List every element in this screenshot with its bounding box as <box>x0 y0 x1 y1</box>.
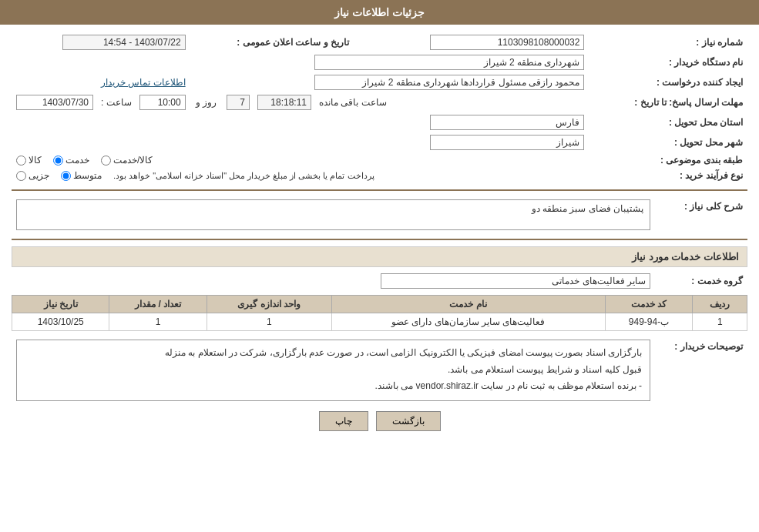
col-kod: کد خدمت <box>605 296 693 313</box>
mohlat-label: مهلت ارسال پاسخ: تا تاریخ : <box>589 92 747 112</box>
tabaghe-khedmat-label: خدمت <box>65 155 89 166</box>
now-jozee-option[interactable]: جزیی <box>16 170 49 181</box>
info-table-top: شماره نیاز : 1103098108000032 تاریخ و سا… <box>12 32 747 183</box>
page-wrapper: جزئیات اطلاعات نیاز شماره نیاز : 1103098… <box>0 0 759 532</box>
divider-1 <box>12 189 747 191</box>
now-description: پرداخت تمام یا بخشی از مبلغ خریدار محل "… <box>113 171 374 181</box>
tozihat-line-3: - برنده استعلام موظف به ثبت نام در سایت … <box>25 378 642 395</box>
tabaghe-khedmat-radio[interactable] <box>53 156 63 166</box>
group-khadamat-input: سایر فعالیت‌های خدماتی <box>381 273 650 289</box>
ijad-konande-input: محمود رازقی مسئول قراردادها شهرداری منطق… <box>314 75 584 90</box>
etelaate-tamas-cell: اطلاعات تماس خریدار <box>12 72 190 92</box>
shahr-input: شیراز <box>430 135 584 150</box>
ijad-konande-label: ایجاد کننده درخواست : <box>589 72 747 92</box>
page-header: جزئیات اطلاعات نیاز <box>0 0 759 25</box>
col-tedad: تعداد / مقدار <box>109 296 207 313</box>
tozihat-line-1: بارگزاری اسناد بصورت پیوست امضای فیزیکی … <box>25 345 642 362</box>
khadamat-grid: ردیف کد خدمت نام خدمت واحد اندازه گیری ت… <box>12 295 747 331</box>
name-dastgah-cell: شهرداری منطقه 2 شیراز <box>12 52 589 72</box>
tabaghe-cell: کالا خدمت کالا/خدمت <box>12 152 589 168</box>
group-khadamat-cell: سایر فعالیت‌های خدماتی <box>12 271 655 291</box>
countdown-input: 18:18:11 <box>257 95 311 110</box>
roz-input: 7 <box>227 95 250 110</box>
sharh-cell: پشتیبان فضای سبز منطقه دو <box>12 197 655 233</box>
tabaghe-khedmat-option[interactable]: خدمت <box>53 155 89 166</box>
main-content: شماره نیاز : 1103098108000032 تاریخ و سا… <box>0 25 759 447</box>
cell-tedad: 1 <box>109 313 207 331</box>
saat-mande-label: ساعت باقی مانده <box>319 97 387 108</box>
date-input: 1403/07/30 <box>16 95 93 110</box>
now-farayand-label: نوع فرآیند خرید : <box>589 168 747 183</box>
tozihat-line-2: قبول کلیه اسناد و شرایط پیوست استعلام می… <box>25 362 642 379</box>
tarikh-elan-value: 1403/07/22 - 14:54 <box>12 32 190 52</box>
now-jozee-label: جزیی <box>29 170 49 181</box>
tarikh-elan-input: 1403/07/22 - 14:54 <box>62 35 186 50</box>
tabaghe-kala-option[interactable]: کالا <box>16 155 42 166</box>
col-vahed: واحد اندازه گیری <box>207 296 331 313</box>
tarikh-elan-label: تاریخ و ساعت اعلان عمومی : <box>190 32 354 52</box>
saat-label: ساعت : <box>101 97 132 108</box>
now-farayand-cell: جزیی متوسط پرداخت تمام یا بخشی از مبلغ خ… <box>12 168 589 183</box>
shahr-label: شهر محل تحویل : <box>589 132 747 152</box>
tozihat-table: توصیحات خریدار : بارگزاری اسناد بصورت پی… <box>12 337 747 403</box>
cell-vahed: 1 <box>207 313 331 331</box>
tabaghe-label: طبقه بندی موضوعی : <box>589 152 747 168</box>
shomara-niaz-label: شماره نیاز : <box>589 32 747 52</box>
mohlat-row: 1403/07/30 ساعت : 10:00 روز و 7 18:18:11… <box>12 92 589 112</box>
tabaghe-kala-radio[interactable] <box>16 156 26 166</box>
ostan-cell: فارس <box>12 112 589 132</box>
now-motavasset-label: متوسط <box>73 170 102 181</box>
tabaghe-kala-khedmat-option[interactable]: کالا/خدمت <box>101 155 153 166</box>
col-name: نام خدمت <box>331 296 605 313</box>
header-title: جزئیات اطلاعات نیاز <box>334 6 425 18</box>
roz-label: روز و <box>196 97 217 108</box>
tozihat-box: بارگزاری اسناد بصورت پیوست امضای فیزیکی … <box>16 340 650 401</box>
shomara-niaz-value: 1103098108000032 <box>369 32 589 52</box>
ostan-label: استان محل تحویل : <box>589 112 747 132</box>
etelaate-tamas-link[interactable]: اطلاعات تماس خریدار <box>101 77 186 88</box>
cell-name: فعالیت‌های سایر سازمان‌های دارای عضو <box>331 313 605 331</box>
back-button[interactable]: بازگشت <box>376 411 441 431</box>
group-khadamat-label: گروه خدمت : <box>655 271 747 291</box>
saat-input: 10:00 <box>139 95 186 110</box>
cell-tarikh: 1403/10/25 <box>12 313 109 331</box>
name-dastgah-label: نام دستگاه خریدار : <box>589 52 747 72</box>
ijad-konande-cell: محمود رازقی مسئول قراردادها شهرداری منطق… <box>190 72 589 92</box>
now-jozee-radio[interactable] <box>16 171 26 181</box>
cell-kod: ب-94-949 <box>605 313 693 331</box>
table-row: 1 ب-94-949 فعالیت‌های سایر سازمان‌های دا… <box>12 313 747 331</box>
print-button[interactable]: چاپ <box>319 411 368 431</box>
now-motavasset-option[interactable]: متوسط <box>61 170 102 181</box>
divider-2 <box>12 239 747 240</box>
tabaghe-kala-khedmat-label: کالا/خدمت <box>113 155 153 166</box>
tabaghe-kala-label: کالا <box>29 155 42 166</box>
group-khadamat-table: گروه خدمت : سایر فعالیت‌های خدماتی <box>12 271 747 291</box>
tabaghe-kala-khedmat-radio[interactable] <box>101 156 111 166</box>
tozihat-label: توصیحات خریدار : <box>655 337 747 403</box>
ostan-input: فارس <box>430 115 584 130</box>
name-dastgah-input: شهرداری منطقه 2 شیراز <box>314 55 584 70</box>
shomara-niaz-input: 1103098108000032 <box>430 35 584 50</box>
shahr-cell: شیراز <box>12 132 589 152</box>
now-motavasset-radio[interactable] <box>61 171 71 181</box>
col-tarikh: تاریخ نیاز <box>12 296 109 313</box>
cell-radif: 1 <box>693 313 747 331</box>
button-row: بازگشت چاپ <box>12 411 747 431</box>
col-radif: ردیف <box>693 296 747 313</box>
sharh-table: شرح کلی نیاز : پشتیبان فضای سبز منطقه دو <box>12 197 747 233</box>
khadamat-section-title: اطلاعات خدمات مورد نیاز <box>12 246 747 267</box>
tozihat-cell: بارگزاری اسناد بصورت پیوست امضای فیزیکی … <box>12 337 655 403</box>
sharh-label: شرح کلی نیاز : <box>655 197 747 233</box>
sharh-input: پشتیبان فضای سبز منطقه دو <box>16 199 650 230</box>
